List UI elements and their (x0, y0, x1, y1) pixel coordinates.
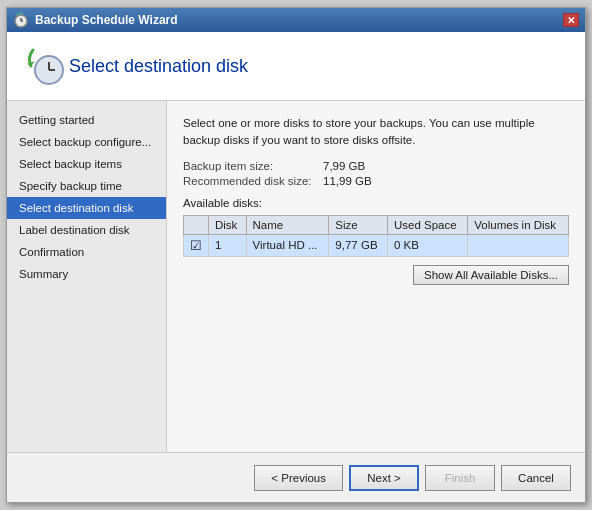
sidebar-item-select-backup-items[interactable]: Select backup items (7, 153, 166, 175)
disk-checkbox[interactable]: ☑ (184, 234, 209, 256)
recommended-disk-size-row: Recommended disk size: 11,99 GB (183, 175, 569, 187)
sidebar-item-confirmation[interactable]: Confirmation (7, 241, 166, 263)
sidebar-item-summary[interactable]: Summary (7, 263, 166, 285)
col-name: Name (246, 215, 329, 234)
title-bar: Backup Schedule Wizard ✕ (7, 8, 585, 32)
footer: < Previous Next > Finish Cancel (7, 452, 585, 502)
sidebar-item-getting-started[interactable]: Getting started (7, 109, 166, 131)
show-all-container: Show All Available Disks... (183, 257, 569, 285)
window-title: Backup Schedule Wizard (35, 13, 563, 27)
recommended-disk-size-label: Recommended disk size: (183, 175, 323, 187)
content-area: Select one or more disks to store your b… (167, 101, 585, 452)
sidebar-item-select-backup-config[interactable]: Select backup configure... (7, 131, 166, 153)
available-disks-label: Available disks: (183, 197, 569, 209)
sidebar: Getting startedSelect backup configure..… (7, 101, 167, 452)
disk-volumes (468, 234, 569, 256)
disk-name: Virtual HD ... (246, 234, 329, 256)
close-button[interactable]: ✕ (563, 13, 579, 27)
previous-button[interactable]: < Previous (254, 465, 343, 491)
next-button[interactable]: Next > (349, 465, 419, 491)
col-used-space: Used Space (387, 215, 467, 234)
table-header-row: Disk Name Size Used Space Volumes in Dis… (184, 215, 569, 234)
header-icon (21, 42, 69, 90)
table-row[interactable]: ☑ 1 Virtual HD ... 9,77 GB 0 KB (184, 234, 569, 256)
title-bar-icon (13, 12, 29, 28)
col-disk: Disk (209, 215, 247, 234)
recommended-disk-size-value: 11,99 GB (323, 175, 372, 187)
content-description: Select one or more disks to store your b… (183, 115, 569, 150)
col-volumes: Volumes in Disk (468, 215, 569, 234)
sidebar-item-specify-backup-time[interactable]: Specify backup time (7, 175, 166, 197)
col-checkbox (184, 215, 209, 234)
disk-number: 1 (209, 234, 247, 256)
wizard-header: Select destination disk (7, 32, 585, 101)
col-size: Size (329, 215, 388, 234)
backup-item-size-row: Backup item size: 7,99 GB (183, 160, 569, 172)
backup-item-size-value: 7,99 GB (323, 160, 365, 172)
cancel-button[interactable]: Cancel (501, 465, 571, 491)
wizard-body: Getting startedSelect backup configure..… (7, 101, 585, 452)
backup-item-size-label: Backup item size: (183, 160, 323, 172)
wizard-window: Backup Schedule Wizard ✕ Select destinat… (6, 7, 586, 503)
show-all-disks-button[interactable]: Show All Available Disks... (413, 265, 569, 285)
disk-used-space: 0 KB (387, 234, 467, 256)
disk-size: 9,77 GB (329, 234, 388, 256)
sidebar-item-label-destination-disk[interactable]: Label destination disk (7, 219, 166, 241)
sidebar-item-select-destination-disk[interactable]: Select destination disk (7, 197, 166, 219)
finish-button[interactable]: Finish (425, 465, 495, 491)
page-title: Select destination disk (69, 56, 248, 77)
disk-table: Disk Name Size Used Space Volumes in Dis… (183, 215, 569, 257)
